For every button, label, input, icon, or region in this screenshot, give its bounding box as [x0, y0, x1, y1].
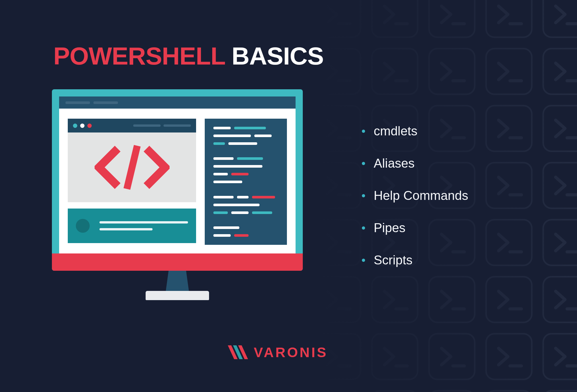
- code-line: [213, 127, 278, 129]
- header-bar-segment: [163, 124, 191, 127]
- svg-rect-8: [543, 0, 577, 37]
- varonis-logo-text: VARONIS: [254, 344, 328, 360]
- list-item-label: cmdlets: [374, 124, 418, 138]
- code-line: [213, 234, 278, 237]
- svg-rect-68: [543, 334, 577, 379]
- varonis-logo: VARONIS: [228, 344, 328, 360]
- monitor-screen: [59, 96, 296, 253]
- list-item: Aliases: [362, 156, 468, 171]
- header-bar-segment: [133, 124, 161, 127]
- title-bar-segment: [93, 101, 118, 104]
- code-line: [213, 204, 278, 206]
- code-line: [213, 135, 278, 137]
- monitor-illustration: [52, 89, 303, 300]
- svg-rect-50: [315, 277, 360, 322]
- terminal-panel: [205, 119, 287, 245]
- code-line: [213, 196, 278, 198]
- svg-line-96: [127, 146, 137, 189]
- svg-rect-58: [543, 277, 577, 322]
- window-dot-white: [80, 124, 84, 128]
- monitor-stand: [166, 271, 189, 291]
- page-title: POWERSHELL BASICS: [53, 42, 324, 70]
- title-bar-segment: [65, 101, 90, 104]
- list-item: Pipes: [362, 221, 468, 235]
- code-line: [213, 181, 278, 183]
- svg-rect-20: [315, 106, 360, 151]
- svg-rect-46: [486, 220, 532, 265]
- window-dot-red: [87, 124, 92, 128]
- svg-rect-4: [429, 0, 475, 37]
- svg-rect-48: [543, 220, 577, 265]
- svg-rect-66: [486, 334, 532, 379]
- svg-rect-14: [429, 49, 475, 94]
- code-panel-header: [68, 119, 196, 132]
- title-word-2: BASICS: [232, 42, 324, 70]
- code-panel: [68, 119, 196, 202]
- svg-rect-6: [486, 0, 532, 37]
- svg-rect-12: [372, 49, 418, 94]
- svg-rect-72: [372, 391, 418, 392]
- svg-rect-74: [429, 391, 475, 392]
- list-item: Help Commands: [362, 188, 468, 203]
- svg-rect-2: [372, 0, 418, 37]
- svg-rect-18: [543, 49, 577, 94]
- svg-rect-56: [486, 277, 532, 322]
- list-item: Scripts: [362, 253, 468, 267]
- svg-rect-16: [486, 49, 532, 94]
- code-icon: [68, 132, 196, 202]
- list-item-label: Pipes: [374, 221, 405, 235]
- footer-circle-icon: [76, 219, 90, 233]
- editor-panel: [68, 119, 196, 245]
- code-line: [213, 211, 278, 214]
- code-line: [213, 173, 278, 175]
- monitor-bezel: [52, 89, 303, 271]
- list-item-label: Scripts: [374, 253, 412, 267]
- title-word-1: POWERSHELL: [53, 42, 225, 70]
- window-dot-teal: [73, 124, 77, 128]
- svg-rect-36: [486, 163, 532, 208]
- code-line: [213, 226, 278, 229]
- svg-rect-64: [429, 334, 475, 379]
- screen-title-bar: [59, 96, 296, 109]
- svg-rect-26: [486, 106, 532, 151]
- list-item-label: Aliases: [374, 156, 415, 171]
- svg-rect-78: [543, 391, 577, 392]
- svg-rect-76: [486, 391, 532, 392]
- list-item: cmdlets: [362, 124, 468, 138]
- svg-rect-62: [372, 334, 418, 379]
- svg-rect-40: [315, 220, 360, 265]
- code-footer-panel: [68, 209, 196, 243]
- list-item-label: Help Commands: [374, 188, 468, 203]
- svg-rect-30: [315, 163, 360, 208]
- svg-rect-70: [315, 391, 360, 392]
- topics-list: cmdlets Aliases Help Commands Pipes Scri…: [362, 124, 468, 285]
- monitor-chin: [52, 253, 303, 271]
- svg-rect-38: [543, 163, 577, 208]
- svg-rect-0: [315, 0, 360, 37]
- monitor-base: [146, 291, 209, 300]
- varonis-logo-mark: [228, 344, 249, 360]
- svg-rect-28: [543, 106, 577, 151]
- code-line: [213, 157, 278, 160]
- code-line: [213, 142, 278, 145]
- code-line: [213, 165, 278, 168]
- footer-lines: [99, 221, 188, 230]
